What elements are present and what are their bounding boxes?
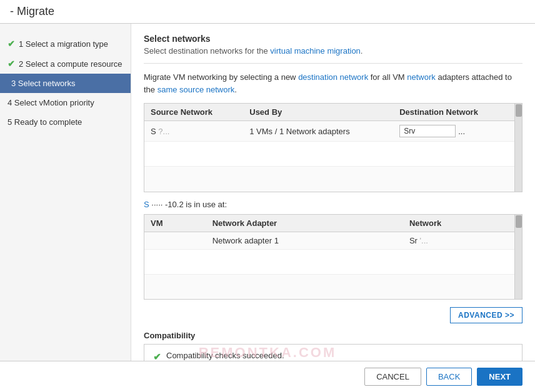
- networks-table-scrollbar[interactable]: [514, 104, 522, 192]
- main-container: ✔ 1 Select a migration type ✔ 2 Select a…: [0, 24, 535, 391]
- sidebar-item-label-step5: 5 Ready to complete: [8, 117, 82, 127]
- col-destination-network: Destination Network: [393, 104, 514, 121]
- source-val: S: [151, 127, 156, 136]
- page-title: - Migrate: [10, 5, 54, 18]
- next-button[interactable]: NEXT: [477, 368, 522, 386]
- networks-table-wrapper: Source Network Used By Destination Netwo…: [144, 103, 522, 192]
- advanced-button[interactable]: ADVANCED >>: [450, 307, 522, 323]
- in-use-source: S: [144, 200, 149, 209]
- dest-ellipsis: ...: [458, 127, 465, 136]
- dest-network-input[interactable]: [399, 125, 456, 137]
- vm-table: VM Network Adapter Network Network adapt…: [144, 215, 514, 300]
- networks-scrollbar-thumb: [516, 104, 522, 117]
- source-suffix: ?...: [158, 127, 169, 136]
- sidebar-item-step2[interactable]: ✔ 2 Select a compute resource: [0, 54, 131, 74]
- sidebar: ✔ 1 Select a migration type ✔ 2 Select a…: [0, 24, 131, 391]
- networks-table-header-row: Source Network Used By Destination Netwo…: [144, 104, 514, 121]
- sidebar-item-step4[interactable]: 4 Select vMotion priority: [0, 93, 131, 112]
- check-icon-step1: ✔: [8, 39, 15, 49]
- cell-network: Sr '...: [403, 232, 514, 249]
- vm-table-header-row: VM Network Adapter Network: [144, 215, 514, 232]
- vm-table-row: Network adapter 1 Sr '...: [144, 232, 514, 249]
- section-desc-highlight: virtual machine migration: [270, 46, 361, 56]
- in-use-dashes: ·····: [151, 200, 162, 209]
- sidebar-item-label-step4: 4 Select vMotion priority: [8, 98, 94, 107]
- sidebar-item-step5[interactable]: 5 Ready to complete: [0, 112, 131, 132]
- vm-table-row-empty-2: [144, 274, 514, 299]
- in-use-text: S ····· -10.2 is in use at:: [144, 200, 522, 209]
- content-area: Select networks Select destination netwo…: [131, 24, 535, 391]
- col-source-network: Source Network: [144, 104, 243, 121]
- back-button[interactable]: BACK: [426, 368, 472, 386]
- vm-table-scrollbar[interactable]: [514, 215, 522, 300]
- col-vm: VM: [144, 215, 206, 232]
- cell-vm: [144, 232, 206, 249]
- sidebar-item-label-step3: 3 Select networks: [11, 79, 76, 88]
- vm-scrollbar-thumb: [516, 215, 522, 228]
- check-icon-step2: ✔: [8, 59, 15, 69]
- footer: CANCEL BACK NEXT: [0, 361, 535, 392]
- cell-adapter: Network adapter 1: [206, 232, 403, 249]
- compat-text: Compatibility checks succeeded.: [166, 351, 284, 360]
- advanced-btn-row: ADVANCED >>: [144, 307, 522, 323]
- sidebar-item-step3[interactable]: 3 Select networks: [0, 74, 131, 93]
- cell-used-by: 1 VMs / 1 Network adapters: [243, 121, 393, 142]
- col-used-by: Used By: [243, 104, 393, 121]
- network-val: Sr: [409, 236, 418, 245]
- vm-table-row-empty-1: [144, 249, 514, 274]
- compatibility-label: Compatibility: [144, 331, 522, 340]
- body-text: Migrate VM networking by selecting a new…: [144, 71, 522, 96]
- col-network-adapter: Network Adapter: [206, 215, 403, 232]
- section-desc-text: Select destination networks for the: [144, 46, 270, 56]
- section-desc-end: .: [361, 46, 363, 56]
- col-network: Network: [403, 215, 514, 232]
- in-use-ip: -10.2: [165, 200, 184, 209]
- vm-table-wrapper: VM Network Adapter Network Network adapt…: [144, 214, 522, 300]
- table-row-empty-2: [144, 167, 514, 192]
- cancel-button[interactable]: CANCEL: [364, 368, 421, 386]
- table-row-empty-1: [144, 142, 514, 167]
- sidebar-item-label-step1: 1 Select a migration type: [19, 39, 108, 49]
- network-suffix: '...: [420, 236, 428, 245]
- in-use-label: is in use at:: [186, 200, 227, 209]
- table-row: S ?... 1 VMs / 1 Network adapters ...: [144, 121, 514, 142]
- cell-source: S ?...: [144, 121, 243, 142]
- section-title: Select networks: [144, 34, 522, 44]
- sidebar-item-label-step2: 2 Select a compute resource: [19, 59, 122, 69]
- networks-table: Source Network Used By Destination Netwo…: [144, 104, 514, 192]
- sidebar-item-step1[interactable]: ✔ 1 Select a migration type: [0, 34, 131, 54]
- title-bar: - Migrate: [0, 0, 535, 24]
- cell-destination: ...: [393, 121, 514, 142]
- section-desc: Select destination networks for the virt…: [144, 46, 522, 56]
